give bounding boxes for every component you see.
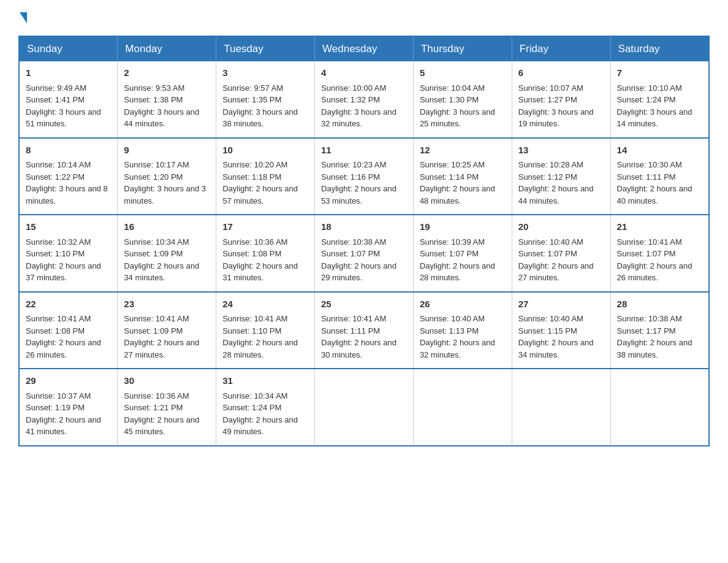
calendar-cell: 25Sunrise: 10:41 AMSunset: 1:11 PMDaylig… xyxy=(315,292,414,369)
calendar-cell xyxy=(512,369,610,446)
calendar-cell: 20Sunrise: 10:40 AMSunset: 1:07 PMDaylig… xyxy=(512,215,610,292)
calendar-week-row: 22Sunrise: 10:41 AMSunset: 1:08 PMDaylig… xyxy=(19,292,709,369)
calendar-cell: 4Sunrise: 10:00 AMSunset: 1:32 PMDayligh… xyxy=(315,61,414,138)
day-number: 22 xyxy=(26,297,111,312)
day-number: 24 xyxy=(222,297,308,312)
calendar-cell: 5Sunrise: 10:04 AMSunset: 1:30 PMDayligh… xyxy=(413,61,512,138)
day-number: 23 xyxy=(124,297,210,312)
page-header xyxy=(18,12,710,23)
calendar-cell: 18Sunrise: 10:38 AMSunset: 1:07 PMDaylig… xyxy=(315,215,414,292)
calendar-cell: 26Sunrise: 10:40 AMSunset: 1:13 PMDaylig… xyxy=(413,292,512,369)
weekday-header-thursday: Thursday xyxy=(413,36,512,61)
weekday-header-tuesday: Tuesday xyxy=(216,36,315,61)
calendar-cell: 6Sunrise: 10:07 AMSunset: 1:27 PMDayligh… xyxy=(512,61,610,138)
day-number: 27 xyxy=(518,297,604,312)
calendar-cell: 11Sunrise: 10:23 AMSunset: 1:16 PMDaylig… xyxy=(315,138,414,215)
day-number: 10 xyxy=(222,144,308,158)
day-number: 30 xyxy=(124,374,210,388)
day-number: 8 xyxy=(26,144,111,158)
logo-arrow-icon xyxy=(20,12,27,23)
calendar-cell: 30Sunrise: 10:36 AMSunset: 1:21 PMDaylig… xyxy=(118,369,216,446)
day-number: 9 xyxy=(124,144,210,158)
logo xyxy=(18,12,28,23)
calendar-cell: 12Sunrise: 10:25 AMSunset: 1:14 PMDaylig… xyxy=(413,138,512,215)
day-number: 18 xyxy=(321,220,407,234)
calendar-cell: 24Sunrise: 10:41 AMSunset: 1:10 PMDaylig… xyxy=(216,292,315,369)
day-number: 14 xyxy=(617,144,702,158)
weekday-header-saturday: Saturday xyxy=(610,36,709,61)
weekday-header-monday: Monday xyxy=(118,36,216,61)
calendar-cell: 7Sunrise: 10:10 AMSunset: 1:24 PMDayligh… xyxy=(610,61,709,138)
calendar-cell: 14Sunrise: 10:30 AMSunset: 1:11 PMDaylig… xyxy=(610,138,709,215)
calendar-cell xyxy=(413,369,512,446)
calendar-cell xyxy=(315,369,414,446)
day-number: 16 xyxy=(124,220,210,234)
day-number: 28 xyxy=(617,297,702,312)
calendar-cell: 8Sunrise: 10:14 AMSunset: 1:22 PMDayligh… xyxy=(19,138,118,215)
calendar-week-row: 1Sunrise: 9:49 AMSunset: 1:41 PMDaylight… xyxy=(19,61,709,138)
calendar-cell: 16Sunrise: 10:34 AMSunset: 1:09 PMDaylig… xyxy=(118,215,216,292)
calendar-table: SundayMondayTuesdayWednesdayThursdayFrid… xyxy=(18,36,710,446)
weekday-header-row: SundayMondayTuesdayWednesdayThursdayFrid… xyxy=(19,36,709,61)
day-number: 31 xyxy=(222,374,308,388)
calendar-cell: 21Sunrise: 10:41 AMSunset: 1:07 PMDaylig… xyxy=(610,215,709,292)
day-number: 5 xyxy=(420,66,506,80)
calendar-cell: 10Sunrise: 10:20 AMSunset: 1:18 PMDaylig… xyxy=(216,138,315,215)
calendar-cell: 29Sunrise: 10:37 AMSunset: 1:19 PMDaylig… xyxy=(19,369,118,446)
calendar-cell: 27Sunrise: 10:40 AMSunset: 1:15 PMDaylig… xyxy=(512,292,610,369)
day-number: 4 xyxy=(321,66,407,80)
weekday-header-wednesday: Wednesday xyxy=(315,36,414,61)
calendar-cell: 17Sunrise: 10:36 AMSunset: 1:08 PMDaylig… xyxy=(216,215,315,292)
day-number: 20 xyxy=(518,220,604,234)
calendar-cell: 9Sunrise: 10:17 AMSunset: 1:20 PMDayligh… xyxy=(118,138,216,215)
calendar-cell: 31Sunrise: 10:34 AMSunset: 1:24 PMDaylig… xyxy=(216,369,315,446)
day-number: 1 xyxy=(26,66,111,80)
calendar-cell: 23Sunrise: 10:41 AMSunset: 1:09 PMDaylig… xyxy=(118,292,216,369)
calendar-cell: 19Sunrise: 10:39 AMSunset: 1:07 PMDaylig… xyxy=(413,215,512,292)
calendar-cell: 13Sunrise: 10:28 AMSunset: 1:12 PMDaylig… xyxy=(512,138,610,215)
calendar-cell: 15Sunrise: 10:32 AMSunset: 1:10 PMDaylig… xyxy=(19,215,118,292)
calendar-cell: 1Sunrise: 9:49 AMSunset: 1:41 PMDaylight… xyxy=(19,61,118,138)
calendar-week-row: 8Sunrise: 10:14 AMSunset: 1:22 PMDayligh… xyxy=(19,138,709,215)
calendar-cell: 28Sunrise: 10:38 AMSunset: 1:17 PMDaylig… xyxy=(610,292,709,369)
day-number: 25 xyxy=(321,297,407,312)
calendar-cell: 2Sunrise: 9:53 AMSunset: 1:38 PMDaylight… xyxy=(118,61,216,138)
day-number: 2 xyxy=(124,66,210,80)
day-number: 12 xyxy=(420,144,506,158)
calendar-cell xyxy=(610,369,709,446)
day-number: 11 xyxy=(321,144,407,158)
day-number: 17 xyxy=(222,220,308,234)
calendar-week-row: 29Sunrise: 10:37 AMSunset: 1:19 PMDaylig… xyxy=(19,369,709,446)
day-number: 13 xyxy=(518,144,604,158)
day-number: 29 xyxy=(26,374,111,388)
day-number: 21 xyxy=(617,220,702,234)
calendar-cell: 3Sunrise: 9:57 AMSunset: 1:35 PMDaylight… xyxy=(216,61,315,138)
calendar-cell: 22Sunrise: 10:41 AMSunset: 1:08 PMDaylig… xyxy=(19,292,118,369)
weekday-header-friday: Friday xyxy=(512,36,610,61)
day-number: 6 xyxy=(518,66,604,80)
day-number: 15 xyxy=(26,220,111,234)
weekday-header-sunday: Sunday xyxy=(19,36,118,61)
calendar-body: 1Sunrise: 9:49 AMSunset: 1:41 PMDaylight… xyxy=(19,61,709,446)
calendar-week-row: 15Sunrise: 10:32 AMSunset: 1:10 PMDaylig… xyxy=(19,215,709,292)
day-number: 7 xyxy=(617,66,702,80)
day-number: 3 xyxy=(222,66,308,80)
day-number: 19 xyxy=(420,220,506,234)
day-number: 26 xyxy=(420,297,506,312)
